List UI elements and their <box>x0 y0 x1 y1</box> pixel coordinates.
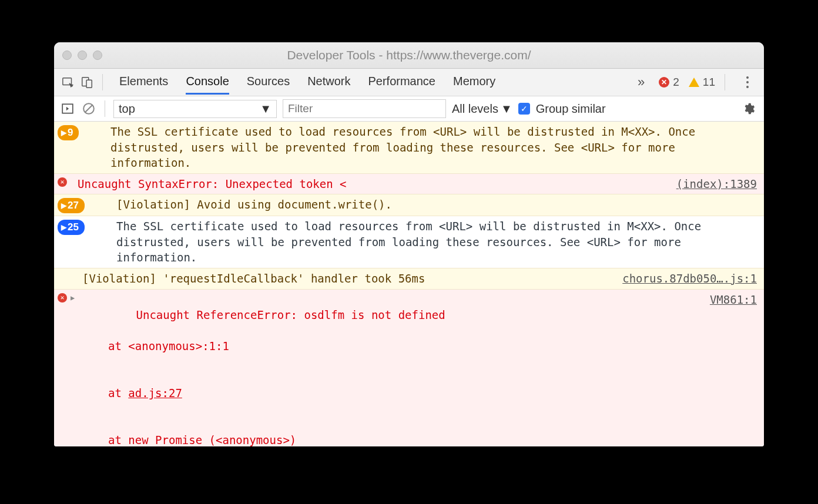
group-similar-label: Group similar <box>536 102 606 116</box>
console-row[interactable]: ▶ 25 The SSL certificate used to load re… <box>54 216 764 268</box>
divider <box>105 100 105 117</box>
error-icon: ✕ <box>58 177 67 187</box>
message-text: [Violation] Avoid using document.write()… <box>116 197 757 213</box>
source-link[interactable]: chorus.87db050….js:1 <box>613 271 757 287</box>
devtools-window: Developer Tools - https://www.theverge.c… <box>54 42 764 446</box>
row-gutter: ▶ 25 <box>58 219 116 235</box>
svg-rect-2 <box>86 80 92 88</box>
expand-icon: ▶ <box>61 128 66 138</box>
expand-icon[interactable]: ▶ <box>71 293 75 303</box>
error-icon: ✕ <box>58 293 67 303</box>
chevron-down-icon: ▼ <box>260 102 271 116</box>
expand-icon: ▶ <box>61 201 66 211</box>
context-select[interactable]: top ▼ <box>113 100 277 118</box>
divider <box>102 74 103 90</box>
tab-elements[interactable]: Elements <box>119 70 168 95</box>
row-gutter <box>58 271 82 272</box>
svg-line-5 <box>85 105 92 112</box>
console-body[interactable]: ▶ 9 The SSL certificate used to load res… <box>54 122 764 446</box>
device-toolbar-icon[interactable] <box>78 73 96 92</box>
source-link[interactable]: VM861:1 <box>700 292 757 308</box>
expand-icon: ▶ <box>61 223 66 233</box>
clear-console-icon[interactable] <box>81 99 96 118</box>
row-gutter: ▶ 27 <box>58 197 116 213</box>
zoom-icon[interactable] <box>93 51 102 60</box>
tab-network[interactable]: Network <box>307 70 350 95</box>
devtools-tabstrip: Elements Console Sources Network Perform… <box>54 69 764 96</box>
more-tabs-icon[interactable] <box>638 75 645 90</box>
console-row[interactable]: ▶ 27 [Violation] Avoid using document.wr… <box>54 194 764 216</box>
message-text: The SSL certificate used to load resourc… <box>116 219 757 266</box>
console-row[interactable]: ✕ ▶ Uncaught ReferenceError: osdlfm is n… <box>54 290 764 446</box>
inspect-element-icon[interactable] <box>59 73 78 92</box>
levels-select[interactable]: All levels ▼ <box>452 102 512 116</box>
error-badge-icon[interactable]: ✕ <box>659 77 669 88</box>
minimize-icon[interactable] <box>78 51 87 60</box>
row-gutter: ✕ <box>58 176 78 187</box>
console-toolbar: top ▼ All levels ▼ ✓ Group similar <box>54 96 764 122</box>
count-pill[interactable]: ▶ 25 <box>58 220 85 235</box>
tab-performance[interactable]: Performance <box>368 70 436 95</box>
warning-count[interactable]: 11 <box>703 76 715 89</box>
message-text: [Violation] 'requestIdleCallback' handle… <box>82 271 613 287</box>
tab-sources[interactable]: Sources <box>247 70 290 95</box>
close-icon[interactable] <box>62 51 72 60</box>
count-pill[interactable]: ▶ 9 <box>58 125 79 140</box>
row-gutter: ✕ ▶ <box>58 292 82 303</box>
settings-menu-icon[interactable] <box>740 75 755 89</box>
error-count[interactable]: 2 <box>673 76 679 89</box>
row-gutter: ▶ 9 <box>58 124 110 140</box>
source-link[interactable]: (index):1389 <box>667 176 757 192</box>
filter-input[interactable] <box>283 99 446 118</box>
console-row[interactable]: ▶ 9 The SSL certificate used to load res… <box>54 122 764 174</box>
gear-icon[interactable] <box>739 99 758 118</box>
warning-badge-icon[interactable] <box>689 78 699 87</box>
message-text: Uncaught ReferenceError: osdlfm is not d… <box>82 292 700 446</box>
tab-console[interactable]: Console <box>186 70 229 95</box>
chevron-down-icon: ▼ <box>501 102 512 116</box>
toggle-sidebar-icon[interactable] <box>60 99 75 118</box>
console-row[interactable]: ✕ Uncaught SyntaxError: Unexpected token… <box>54 174 764 195</box>
message-text: Uncaught SyntaxError: Unexpected token < <box>78 176 667 192</box>
panel-tabs: Elements Console Sources Network Perform… <box>109 70 495 95</box>
console-row[interactable]: [Violation] 'requestIdleCallback' handle… <box>54 268 764 290</box>
message-text: The SSL certificate used to load resourc… <box>110 124 757 171</box>
titlebar: Developer Tools - https://www.theverge.c… <box>54 42 764 69</box>
group-similar-checkbox[interactable]: ✓ <box>518 103 530 115</box>
levels-label: All levels <box>452 102 498 116</box>
tab-memory[interactable]: Memory <box>453 70 495 95</box>
count-pill[interactable]: ▶ 27 <box>58 198 85 213</box>
divider <box>725 74 725 90</box>
window-title: Developer Tools - https://www.theverge.c… <box>54 48 764 62</box>
traffic-lights <box>54 51 102 60</box>
context-value: top <box>119 102 135 116</box>
